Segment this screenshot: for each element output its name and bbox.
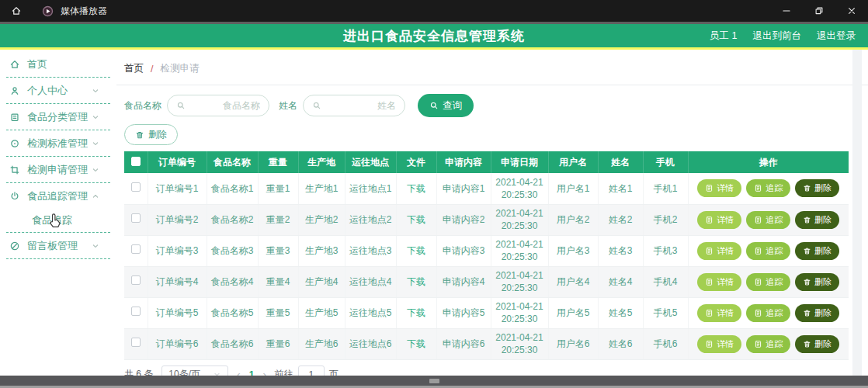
download-link[interactable]: 下载 <box>407 183 425 194</box>
download-link[interactable]: 下载 <box>407 276 425 287</box>
logout-link[interactable]: 退出登录 <box>817 29 856 43</box>
detail-button[interactable]: 详情 <box>697 179 741 197</box>
food-cell: 食品名称5 <box>207 297 258 328</box>
row-select-cell[interactable] <box>124 266 148 297</box>
home-icon[interactable] <box>11 5 22 16</box>
select-all-header[interactable] <box>124 151 148 173</box>
row-checkbox[interactable] <box>131 275 141 285</box>
detail-button[interactable]: 详情 <box>697 273 741 291</box>
track-button[interactable]: 追踪 <box>746 211 790 229</box>
horizontal-scrollbar-thumb[interactable] <box>429 379 439 383</box>
search-button[interactable]: 查询 <box>418 94 474 117</box>
track-button[interactable]: 追踪 <box>746 304 790 322</box>
sidebar-item-4[interactable]: 检测标准管理 <box>6 130 110 156</box>
food-cell: 食品名称1 <box>207 173 258 204</box>
doc-icon <box>705 309 713 317</box>
download-link[interactable]: 下载 <box>407 307 425 318</box>
row-checkbox[interactable] <box>131 182 141 192</box>
sidebar-item-5[interactable]: 检测申请管理 <box>6 157 110 182</box>
chevron-down-icon <box>91 165 100 175</box>
next-page-button[interactable]: › <box>262 369 266 376</box>
row-select-cell[interactable] <box>124 297 148 328</box>
delete-button[interactable]: 删除 <box>795 304 839 322</box>
vertical-scrollbar-track[interactable] <box>852 50 862 376</box>
sidebar-item-label: 检测申请管理 <box>27 163 88 177</box>
dest-cell: 运往地点5 <box>345 297 396 328</box>
delete-button[interactable]: 删除 <box>795 179 839 197</box>
detail-button[interactable]: 详情 <box>697 304 741 322</box>
doc-icon <box>705 184 713 192</box>
sidebar-block: 检测申请管理 <box>6 157 110 183</box>
delete-button[interactable]: 删除 <box>795 335 839 353</box>
dest-cell: 运往地点3 <box>345 235 396 266</box>
row-select-cell[interactable] <box>124 204 148 235</box>
origin-cell: 生产地1 <box>298 173 345 204</box>
row-select-cell[interactable] <box>124 328 148 359</box>
current-page-number[interactable]: 1 <box>249 369 255 376</box>
track-button[interactable]: 追踪 <box>746 242 790 260</box>
row-checkbox[interactable] <box>131 244 141 254</box>
row-checkbox[interactable] <box>131 338 141 347</box>
phone-cell: 手机6 <box>643 328 688 359</box>
date-cell: 2021-04-21 20:25:30 <box>491 235 548 266</box>
sidebar-item-6[interactable]: 食品追踪管理 <box>6 183 110 209</box>
row-select-cell[interactable] <box>124 173 148 204</box>
apply-icon <box>9 165 20 175</box>
sidebar-item-label: 留言板管理 <box>27 239 78 253</box>
breadcrumb-divider <box>116 85 868 85</box>
column-header: 生产地 <box>298 151 345 173</box>
track-button[interactable]: 追踪 <box>746 335 790 353</box>
file-cell: 下载 <box>396 204 436 235</box>
phone-cell: 手机4 <box>643 266 688 297</box>
logout-front-link[interactable]: 退出到前台 <box>753 29 802 43</box>
breadcrumb-separator: / <box>151 64 153 74</box>
user-icon <box>9 85 20 96</box>
breadcrumb-home[interactable]: 首页 <box>124 62 144 75</box>
sidebar-item-2[interactable]: 个人中心 <box>6 78 110 103</box>
content-cell: 申请内容1 <box>436 173 491 204</box>
user-cell: 用户名1 <box>548 173 598 204</box>
delete-button[interactable]: 删除 <box>795 273 839 291</box>
select-all-checkbox[interactable] <box>131 157 141 166</box>
sidebar-item-1[interactable]: 首页 <box>6 51 110 77</box>
close-button[interactable] <box>835 0 868 22</box>
dest-cell: 运往地点4 <box>345 266 396 297</box>
download-link[interactable]: 下载 <box>407 214 425 225</box>
date-cell: 2021-04-21 20:25:30 <box>491 204 548 235</box>
download-link[interactable]: 下载 <box>407 338 425 349</box>
track-button[interactable]: 追踪 <box>746 179 790 197</box>
row-checkbox[interactable] <box>131 307 141 316</box>
download-link[interactable]: 下载 <box>407 245 425 256</box>
row-checkbox[interactable] <box>131 213 141 223</box>
track-button[interactable]: 追踪 <box>746 273 790 291</box>
batch-delete-button[interactable]: 删除 <box>124 124 178 145</box>
delete-button[interactable]: 删除 <box>795 242 839 260</box>
maximize-button[interactable] <box>803 0 835 22</box>
table-body: 订单编号1食品名称1重量1生产地1运往地点1下载申请内容12021-04-21 … <box>124 173 849 359</box>
goto-page-input[interactable] <box>298 365 325 376</box>
doc-icon <box>705 278 713 286</box>
media-player-icon <box>42 5 54 17</box>
person-name-input[interactable] <box>325 100 396 111</box>
food-name-input[interactable] <box>189 100 260 111</box>
track-icon <box>9 191 20 202</box>
minimize-button[interactable] <box>770 0 803 22</box>
detail-button[interactable]: 详情 <box>697 335 741 353</box>
person-name-label: 姓名 <box>279 99 297 113</box>
sidebar-item-7[interactable]: 留言板管理 <box>6 233 110 258</box>
row-select-cell[interactable] <box>124 235 148 266</box>
trash-icon <box>803 309 811 317</box>
detail-button[interactable]: 详情 <box>697 211 741 229</box>
column-header: 姓名 <box>598 151 643 173</box>
order-cell: 订单编号4 <box>148 266 207 297</box>
file-cell: 下载 <box>396 328 436 359</box>
page-size-select[interactable]: 10条/页 <box>161 365 228 376</box>
sidebar-item-3[interactable]: 食品分类管理 <box>6 104 110 130</box>
prev-page-button[interactable]: ‹ <box>237 369 240 376</box>
delete-button[interactable]: 删除 <box>795 211 839 229</box>
dest-cell: 运往地点1 <box>345 173 396 204</box>
horizontal-scrollbar-track[interactable] <box>0 376 868 386</box>
detail-button[interactable]: 详情 <box>697 242 741 260</box>
table-row: 订单编号1食品名称1重量1生产地1运往地点1下载申请内容12021-04-21 … <box>124 173 849 204</box>
name-cell: 姓名4 <box>598 266 643 297</box>
